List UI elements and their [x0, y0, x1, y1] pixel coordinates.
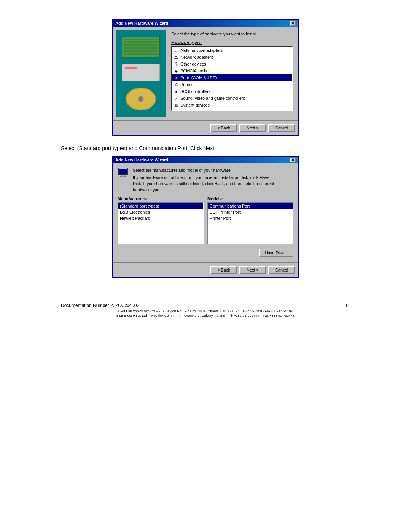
- have-disk-row: Have Disk...: [118, 247, 293, 259]
- monitor-icon: [118, 167, 128, 178]
- list-item-sound-label: Sound, video and game controllers: [180, 96, 245, 101]
- hardware-box-image: [122, 64, 160, 81]
- dialog1-titlebar: Add New Hardware Wizard ✕: [113, 20, 298, 27]
- mfg-bb-electronics[interactable]: B&B Electronics: [118, 209, 203, 215]
- dialog2-titlebar-buttons: ✕: [290, 158, 296, 162]
- svg-rect-1: [119, 169, 127, 174]
- list-item-pcmcia-label: PCMCIA socket: [180, 69, 210, 73]
- pci-card-image: [122, 37, 160, 58]
- mfg-bb-label: B&B Electronics: [120, 210, 150, 214]
- usb-icon: ◈: [174, 109, 179, 111]
- dialog1-title: Add New Hardware Wizard: [115, 21, 168, 26]
- dialog2: Add New Hardware Wizard ✕ Select the man…: [112, 156, 299, 278]
- list-item-system[interactable]: ▦ System devices: [172, 102, 292, 109]
- dialog2-header: Select the manufacturer and model of you…: [118, 167, 293, 192]
- list-item-other[interactable]: ? Other devices: [172, 61, 292, 67]
- mfg-standard-ports[interactable]: (Standard port types): [118, 203, 203, 209]
- list-item-usb-label: Universal serial bus controller: [180, 110, 235, 111]
- dialog1-footer: < Back Next > Cancel: [113, 120, 298, 135]
- mfg-standard-ports-label: (Standard port types): [120, 204, 159, 208]
- footer-sub-line-2: B&B Electronics Ltd – Westlink Comm. Pk …: [61, 313, 350, 318]
- dialog2-note-2: Disk. If your hardware is still not list…: [133, 181, 274, 186]
- dialog2-back-button[interactable]: < Back: [210, 266, 237, 274]
- list-item-multi-label: Multi-function adapters: [180, 48, 223, 53]
- dialog1-next-button[interactable]: Next >: [239, 124, 266, 132]
- hardware-types-label: Hardware types:: [171, 40, 293, 45]
- list-item-scsi-label: SCSI controllers: [180, 89, 210, 94]
- model-comm-port[interactable]: Communications Port: [208, 203, 293, 209]
- models-section: Models: Communications Port ECP Printer …: [207, 197, 293, 244]
- model-printer-label: Printer Port: [210, 216, 231, 220]
- disk-image: [126, 88, 156, 110]
- multi-icon: ◇: [174, 48, 179, 53]
- doc-number: Documentation Number 232CCxx4502: [61, 303, 139, 308]
- footer-main-line: Documentation Number 232CCxx4502 11: [61, 303, 350, 308]
- list-item-network-label: Network adapters: [180, 55, 213, 59]
- hardware-image-panel: [116, 30, 166, 117]
- manufacturers-label: Manufacturers:: [118, 197, 204, 201]
- dialog2-title: Add New Hardware Wizard: [115, 158, 168, 162]
- dialog2-close-button[interactable]: ✕: [290, 158, 296, 162]
- list-item-printer-label: Printer: [180, 82, 193, 87]
- hardware-types-list[interactable]: ◇ Multi-function adapters 🖧 Network adap…: [171, 46, 293, 111]
- footer-sub-line-1: B&B Electronics Mfg Co – 707 Dayton Rd ·…: [61, 309, 350, 314]
- model-printer-port[interactable]: Printer Port: [208, 215, 293, 221]
- other-icon: ?: [174, 61, 179, 67]
- model-comm-port-label: Communications Port: [210, 204, 250, 208]
- list-item-sound[interactable]: ♪ Sound, video and game controllers: [172, 95, 292, 102]
- dialog1: Add New Hardware Wizard ✕ Select the typ…: [112, 19, 299, 136]
- instruction-between-dialogs: Select (Standard port types) and Communi…: [61, 145, 350, 151]
- manufacturers-list[interactable]: (Standard port types) B&B Electronics He…: [118, 202, 204, 244]
- network-icon: 🖧: [174, 54, 179, 60]
- dialog2-text-block: Select the manufacturer and model of you…: [133, 167, 274, 192]
- have-disk-button[interactable]: Have Disk...: [259, 249, 293, 257]
- list-item-network[interactable]: 🖧 Network adapters: [172, 54, 292, 61]
- dialog1-right-panel: Select the type of hardware you want to …: [169, 30, 295, 117]
- page-footer: Documentation Number 232CCxx4502 11 B&B …: [61, 301, 350, 318]
- svg-rect-2: [121, 175, 124, 176]
- mfg-models-section: Manufacturers: (Standard port types) B&B…: [118, 197, 293, 244]
- titlebar-buttons: ✕: [290, 21, 296, 26]
- mfg-hp-label: Hewlett Packard: [120, 216, 150, 220]
- list-item-system-label: System devices: [180, 103, 210, 107]
- dialog1-body: Select the type of hardware you want to …: [113, 27, 298, 120]
- manufacturers-section: Manufacturers: (Standard port types) B&B…: [118, 197, 204, 244]
- dialog2-note-1: If your hardware is not listed, or if yo…: [133, 175, 274, 180]
- page-number: 11: [345, 303, 350, 308]
- list-item-ports[interactable]: ⊕ Ports (COM & LPT): [172, 74, 292, 81]
- dialog2-note-3: hardware type.: [133, 187, 274, 192]
- model-ecp-label: ECP Printer Port: [210, 210, 241, 214]
- model-ecp-printer[interactable]: ECP Printer Port: [208, 209, 293, 215]
- list-item-scsi[interactable]: ◈ SCSI controllers: [172, 88, 292, 95]
- dialog2-main-text: Select the manufacturer and model of you…: [133, 167, 274, 174]
- dialog2-footer: < Back Next > Cancel: [113, 262, 298, 277]
- list-item-usb[interactable]: ◈ Universal serial bus controller: [172, 109, 292, 111]
- page-container: Add New Hardware Wizard ✕ Select the typ…: [0, 8, 411, 341]
- printer-icon: 🖨: [174, 82, 179, 87]
- dialog1-cancel-button[interactable]: Cancel: [268, 124, 295, 132]
- list-item-pcmcia[interactable]: ◈ PCMCIA socket: [172, 67, 292, 74]
- scsi-icon: ◈: [174, 89, 179, 94]
- mfg-hp[interactable]: Hewlett Packard: [118, 215, 203, 221]
- svg-rect-3: [120, 176, 126, 177]
- dialog2-titlebar: Add New Hardware Wizard ✕: [113, 157, 298, 163]
- pcmcia-icon: ◈: [174, 68, 179, 73]
- list-item-ports-label: Ports (COM & LPT): [180, 75, 217, 80]
- list-item-multi[interactable]: ◇ Multi-function adapters: [172, 47, 292, 54]
- models-list[interactable]: Communications Port ECP Printer Port Pri…: [207, 202, 293, 244]
- dialog2-cancel-button[interactable]: Cancel: [268, 266, 295, 274]
- list-item-other-label: Other devices: [180, 62, 206, 66]
- sound-icon: ♪: [174, 96, 179, 101]
- close-button[interactable]: ✕: [290, 21, 296, 26]
- models-label: Models:: [207, 197, 293, 201]
- dialog2-body: Select the manufacturer and model of you…: [113, 163, 298, 262]
- list-item-printer[interactable]: 🖨 Printer: [172, 81, 292, 88]
- system-icon: ▦: [174, 102, 179, 108]
- dialog2-next-button[interactable]: Next >: [239, 266, 266, 274]
- dialog1-back-button[interactable]: < Back: [210, 124, 237, 132]
- ports-icon: ⊕: [174, 75, 179, 80]
- dialog1-instruction: Select the type of hardware you want to …: [171, 32, 293, 36]
